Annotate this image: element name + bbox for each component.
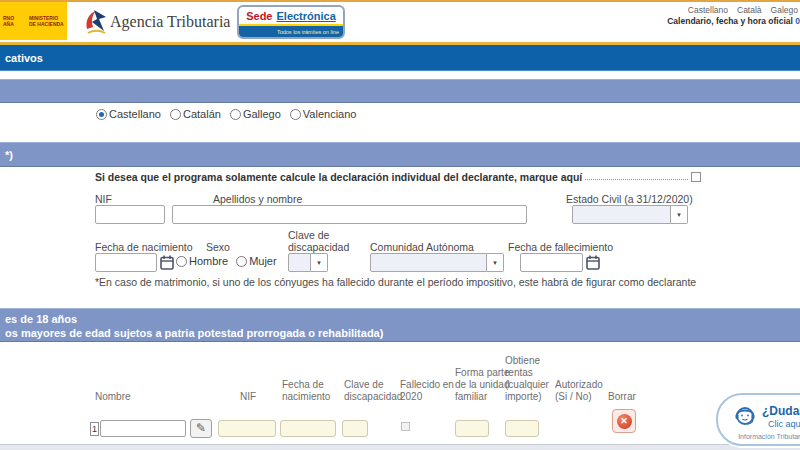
next-section-edge [0, 444, 800, 450]
lang-link-galego[interactable]: Galego [771, 5, 798, 15]
nif-label: NIF [95, 193, 112, 205]
radio-option-castellano[interactable]: Castellano [96, 108, 161, 120]
radio-option-gallego[interactable]: Gallego [230, 108, 281, 120]
col-header-forma-parte: Forma parte de la unidad familiar [455, 367, 510, 403]
headset-agent-icon [732, 403, 758, 429]
nif-input[interactable] [95, 205, 165, 224]
help-widget-footer: Información Tributaria [718, 433, 800, 440]
apellidos-label: Apellidos y nombre [213, 193, 302, 205]
calendar-official-time[interactable]: Calendario, fecha y hora oficial 0 [667, 16, 800, 26]
col-header-fallecido: Fallecido en 2020 [400, 379, 454, 403]
header-language-links: Castellano Català Galego [688, 5, 798, 15]
sexo-label: Sexo [206, 241, 230, 253]
col-header-fecha-nacimiento: Fecha de nacimiento [282, 379, 330, 403]
renta-web-page: RNO AÑA MINISTERIO DE HACIENDA Agencia T… [0, 0, 800, 450]
help-widget-title: ¿Dudas? [762, 404, 800, 418]
radio-option-hombre[interactable]: Hombre [176, 255, 228, 267]
clave-discapacidad-label: Clave de discapacidad [288, 229, 349, 253]
individual-declaration-checkbox[interactable] [691, 172, 701, 182]
fecha-fallecimiento-input[interactable] [520, 253, 583, 272]
electronica-word: Electrónica [276, 10, 335, 22]
col-header-nif: NIF [240, 391, 256, 403]
help-widget-subtitle: Clic aquí [768, 419, 800, 429]
estado-civil-label: Estado Civil (a 31/12/2020) [566, 193, 693, 205]
col-header-borrar: Borrar [608, 391, 636, 403]
individual-declaration-row: Si desea que el programa solamente calcu… [95, 171, 701, 183]
col-header-obtiene-rentas: Obtiene rentas (cualquier importe) [505, 355, 549, 403]
comunidad-autonoma-label: Comunidad Autónoma [370, 241, 474, 253]
hijos-bar-line2: os mayores de edad sujetos a patria pote… [5, 326, 800, 340]
calendar-value: 0 [795, 16, 800, 26]
help-widget[interactable]: ¿Dudas? Clic aquí Información Tributaria [716, 393, 800, 446]
clave-discapacidad-select[interactable]: ▼ [288, 253, 328, 272]
hijo-obtiene-rentas-input[interactable] [505, 420, 539, 437]
chevron-down-icon[interactable]: ▼ [487, 253, 504, 272]
edit-pencil-button[interactable]: ✎ [190, 419, 212, 438]
col-header-autorizado: Autorizado (Si / No) [555, 379, 603, 403]
sede-electronica-badge[interactable]: Sede Electrónica Todos los trámites on l… [237, 5, 345, 39]
navbar: cativos [0, 45, 800, 71]
ministerio-label: MINISTERIO DE HACIENDA [29, 15, 64, 27]
radio-icon[interactable] [170, 109, 181, 120]
section-bar-hijos: es de 18 años os mayores de edad sujetos… [0, 308, 800, 342]
radio-icon[interactable] [290, 109, 301, 120]
sede-word: Sede [246, 10, 272, 22]
radio-icon[interactable] [176, 256, 187, 267]
radio-option-catalan[interactable]: Catalán [170, 108, 221, 120]
gobierno-label: RNO AÑA [3, 15, 23, 27]
hijo-clave-discapacidad-input[interactable] [342, 420, 368, 437]
hijos-bar-line1: es de 18 años [5, 312, 800, 326]
radio-icon[interactable] [230, 109, 241, 120]
hijo-forma-parte-input[interactable] [455, 420, 489, 437]
hijo-nombre-input[interactable] [100, 420, 186, 437]
hijo-fallecido-checkbox[interactable] [401, 422, 410, 431]
radio-option-valenciano[interactable]: Valenciano [290, 108, 357, 120]
pencil-icon: ✎ [196, 421, 206, 435]
radio-option-mujer[interactable]: Mujer [236, 255, 277, 267]
section-bar-declarante: *) [0, 142, 800, 167]
top-accent-line [0, 0, 800, 2]
hijo-nif-input[interactable] [218, 420, 276, 437]
fecha-nacimiento-label: Fecha de nacimiento [95, 241, 192, 253]
comunidad-autonoma-select[interactable]: ▼ [370, 253, 504, 272]
radio-icon[interactable] [236, 256, 247, 267]
radio-selected-icon[interactable] [96, 109, 107, 120]
hijo-fecha-nacimiento-input[interactable] [280, 420, 336, 437]
section-bar-title: *) [5, 148, 13, 162]
matrimonio-footnote: *En caso de matrimonio, si uno de los có… [95, 276, 696, 288]
calendar-icon[interactable] [160, 255, 174, 270]
navbar-title: cativos [5, 52, 43, 64]
col-header-nombre: Nombre [95, 391, 131, 403]
delete-row-button[interactable]: ✕ [612, 409, 636, 433]
lang-link-castellano[interactable]: Castellano [688, 5, 728, 15]
sexo-radio-group: Hombre Mujer [176, 255, 277, 267]
estado-civil-select[interactable]: ▼ [572, 205, 688, 224]
row-index: 1 [90, 422, 99, 436]
individual-note: Si desea que el programa solamente calcu… [95, 171, 582, 183]
language-radio-group: Castellano Catalán Gallego Valenciano [96, 108, 356, 120]
apellidos-input[interactable] [172, 205, 527, 224]
col-header-clave-discapacidad: Clave de discapacidad [344, 379, 402, 403]
lang-link-catala[interactable]: Català [737, 5, 762, 15]
calendar-icon[interactable] [586, 255, 600, 270]
government-logo: RNO AÑA MINISTERIO DE HACIENDA [0, 2, 67, 40]
fecha-fallecimiento-label: Fecha de fallecimiento [508, 241, 613, 253]
dotted-leader [585, 179, 688, 180]
chevron-down-icon[interactable]: ▼ [671, 205, 688, 224]
delete-icon: ✕ [617, 414, 632, 429]
agencia-tributaria-icon[interactable] [84, 7, 108, 41]
fecha-nacimiento-input[interactable] [95, 253, 157, 272]
brand-title[interactable]: Agencia Tributaria [110, 13, 230, 31]
sede-tagline: Todos los trámites on line [239, 26, 343, 37]
chevron-down-icon[interactable]: ▼ [311, 253, 328, 272]
section-bar-empty [0, 79, 800, 103]
